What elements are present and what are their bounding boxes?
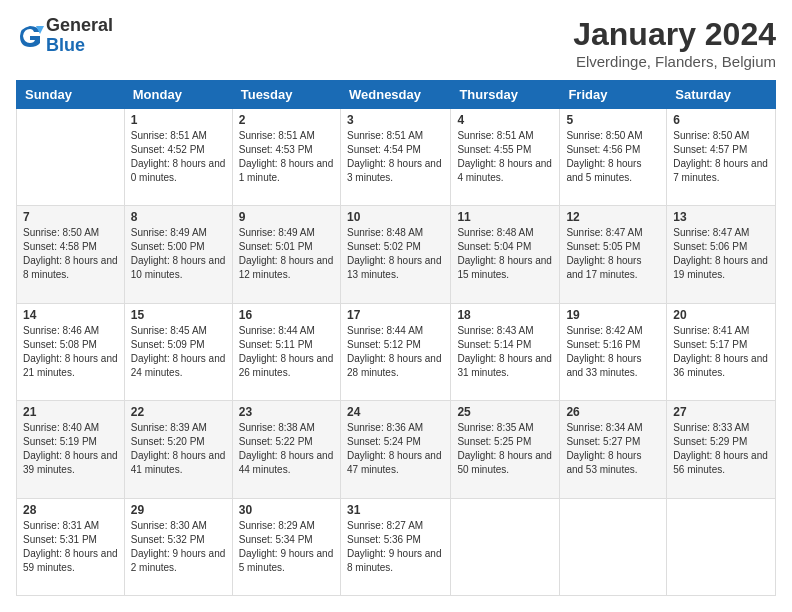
day-info: Sunrise: 8:40 AMSunset: 5:19 PMDaylight:… bbox=[23, 421, 118, 477]
week-row-5: 28Sunrise: 8:31 AMSunset: 5:31 PMDayligh… bbox=[17, 498, 776, 595]
cell-week4-day6: 27Sunrise: 8:33 AMSunset: 5:29 PMDayligh… bbox=[667, 401, 776, 498]
day-number: 19 bbox=[566, 308, 660, 322]
day-info: Sunrise: 8:35 AMSunset: 5:25 PMDaylight:… bbox=[457, 421, 553, 477]
cell-week4-day4: 25Sunrise: 8:35 AMSunset: 5:25 PMDayligh… bbox=[451, 401, 560, 498]
cell-week2-day6: 13Sunrise: 8:47 AMSunset: 5:06 PMDayligh… bbox=[667, 206, 776, 303]
day-number: 13 bbox=[673, 210, 769, 224]
cell-week1-day2: 2Sunrise: 8:51 AMSunset: 4:53 PMDaylight… bbox=[232, 109, 340, 206]
day-number: 23 bbox=[239, 405, 334, 419]
logo: General Blue bbox=[16, 16, 113, 56]
cell-week3-day4: 18Sunrise: 8:43 AMSunset: 5:14 PMDayligh… bbox=[451, 303, 560, 400]
week-row-1: 1Sunrise: 8:51 AMSunset: 4:52 PMDaylight… bbox=[17, 109, 776, 206]
week-row-3: 14Sunrise: 8:46 AMSunset: 5:08 PMDayligh… bbox=[17, 303, 776, 400]
day-info: Sunrise: 8:42 AMSunset: 5:16 PMDaylight:… bbox=[566, 324, 660, 380]
day-info: Sunrise: 8:51 AMSunset: 4:54 PMDaylight:… bbox=[347, 129, 444, 185]
calendar-header: Sunday Monday Tuesday Wednesday Thursday… bbox=[17, 81, 776, 109]
day-number: 18 bbox=[457, 308, 553, 322]
day-number: 26 bbox=[566, 405, 660, 419]
calendar-body: 1Sunrise: 8:51 AMSunset: 4:52 PMDaylight… bbox=[17, 109, 776, 596]
day-info: Sunrise: 8:30 AMSunset: 5:32 PMDaylight:… bbox=[131, 519, 226, 575]
cell-week5-day6 bbox=[667, 498, 776, 595]
cell-week3-day0: 14Sunrise: 8:46 AMSunset: 5:08 PMDayligh… bbox=[17, 303, 125, 400]
cell-week5-day0: 28Sunrise: 8:31 AMSunset: 5:31 PMDayligh… bbox=[17, 498, 125, 595]
day-info: Sunrise: 8:51 AMSunset: 4:52 PMDaylight:… bbox=[131, 129, 226, 185]
day-number: 2 bbox=[239, 113, 334, 127]
cell-week3-day6: 20Sunrise: 8:41 AMSunset: 5:17 PMDayligh… bbox=[667, 303, 776, 400]
cell-week1-day0 bbox=[17, 109, 125, 206]
day-info: Sunrise: 8:36 AMSunset: 5:24 PMDaylight:… bbox=[347, 421, 444, 477]
day-info: Sunrise: 8:34 AMSunset: 5:27 PMDaylight:… bbox=[566, 421, 660, 477]
cell-week2-day4: 11Sunrise: 8:48 AMSunset: 5:04 PMDayligh… bbox=[451, 206, 560, 303]
cell-week2-day2: 9Sunrise: 8:49 AMSunset: 5:01 PMDaylight… bbox=[232, 206, 340, 303]
day-number: 21 bbox=[23, 405, 118, 419]
day-number: 16 bbox=[239, 308, 334, 322]
location-subtitle: Elverdinge, Flanders, Belgium bbox=[573, 53, 776, 70]
logo-general-text: General bbox=[46, 16, 113, 36]
col-wednesday: Wednesday bbox=[340, 81, 450, 109]
day-info: Sunrise: 8:49 AMSunset: 5:01 PMDaylight:… bbox=[239, 226, 334, 282]
cell-week1-day4: 4Sunrise: 8:51 AMSunset: 4:55 PMDaylight… bbox=[451, 109, 560, 206]
day-number: 20 bbox=[673, 308, 769, 322]
day-info: Sunrise: 8:41 AMSunset: 5:17 PMDaylight:… bbox=[673, 324, 769, 380]
cell-week3-day2: 16Sunrise: 8:44 AMSunset: 5:11 PMDayligh… bbox=[232, 303, 340, 400]
day-number: 9 bbox=[239, 210, 334, 224]
cell-week2-day0: 7Sunrise: 8:50 AMSunset: 4:58 PMDaylight… bbox=[17, 206, 125, 303]
cell-week2-day3: 10Sunrise: 8:48 AMSunset: 5:02 PMDayligh… bbox=[340, 206, 450, 303]
cell-week1-day3: 3Sunrise: 8:51 AMSunset: 4:54 PMDaylight… bbox=[340, 109, 450, 206]
col-thursday: Thursday bbox=[451, 81, 560, 109]
cell-week5-day2: 30Sunrise: 8:29 AMSunset: 5:34 PMDayligh… bbox=[232, 498, 340, 595]
cell-week4-day0: 21Sunrise: 8:40 AMSunset: 5:19 PMDayligh… bbox=[17, 401, 125, 498]
col-tuesday: Tuesday bbox=[232, 81, 340, 109]
day-number: 4 bbox=[457, 113, 553, 127]
day-info: Sunrise: 8:47 AMSunset: 5:05 PMDaylight:… bbox=[566, 226, 660, 282]
cell-week1-day5: 5Sunrise: 8:50 AMSunset: 4:56 PMDaylight… bbox=[560, 109, 667, 206]
day-number: 6 bbox=[673, 113, 769, 127]
calendar: Sunday Monday Tuesday Wednesday Thursday… bbox=[16, 80, 776, 596]
col-sunday: Sunday bbox=[17, 81, 125, 109]
day-info: Sunrise: 8:39 AMSunset: 5:20 PMDaylight:… bbox=[131, 421, 226, 477]
day-info: Sunrise: 8:31 AMSunset: 5:31 PMDaylight:… bbox=[23, 519, 118, 575]
calendar-table: Sunday Monday Tuesday Wednesday Thursday… bbox=[16, 80, 776, 596]
day-info: Sunrise: 8:48 AMSunset: 5:02 PMDaylight:… bbox=[347, 226, 444, 282]
header: General Blue January 2024 Elverdinge, Fl… bbox=[16, 16, 776, 70]
day-number: 5 bbox=[566, 113, 660, 127]
cell-week3-day3: 17Sunrise: 8:44 AMSunset: 5:12 PMDayligh… bbox=[340, 303, 450, 400]
day-number: 10 bbox=[347, 210, 444, 224]
day-number: 30 bbox=[239, 503, 334, 517]
day-info: Sunrise: 8:29 AMSunset: 5:34 PMDaylight:… bbox=[239, 519, 334, 575]
cell-week1-day6: 6Sunrise: 8:50 AMSunset: 4:57 PMDaylight… bbox=[667, 109, 776, 206]
day-info: Sunrise: 8:43 AMSunset: 5:14 PMDaylight:… bbox=[457, 324, 553, 380]
logo-text: General Blue bbox=[46, 16, 113, 56]
cell-week5-day5 bbox=[560, 498, 667, 595]
cell-week3-day5: 19Sunrise: 8:42 AMSunset: 5:16 PMDayligh… bbox=[560, 303, 667, 400]
cell-week5-day1: 29Sunrise: 8:30 AMSunset: 5:32 PMDayligh… bbox=[124, 498, 232, 595]
cell-week1-day1: 1Sunrise: 8:51 AMSunset: 4:52 PMDaylight… bbox=[124, 109, 232, 206]
col-monday: Monday bbox=[124, 81, 232, 109]
day-number: 22 bbox=[131, 405, 226, 419]
cell-week4-day5: 26Sunrise: 8:34 AMSunset: 5:27 PMDayligh… bbox=[560, 401, 667, 498]
cell-week5-day4 bbox=[451, 498, 560, 595]
day-number: 7 bbox=[23, 210, 118, 224]
day-number: 3 bbox=[347, 113, 444, 127]
day-info: Sunrise: 8:50 AMSunset: 4:57 PMDaylight:… bbox=[673, 129, 769, 185]
day-number: 14 bbox=[23, 308, 118, 322]
day-number: 28 bbox=[23, 503, 118, 517]
cell-week4-day1: 22Sunrise: 8:39 AMSunset: 5:20 PMDayligh… bbox=[124, 401, 232, 498]
day-info: Sunrise: 8:45 AMSunset: 5:09 PMDaylight:… bbox=[131, 324, 226, 380]
day-number: 24 bbox=[347, 405, 444, 419]
day-info: Sunrise: 8:48 AMSunset: 5:04 PMDaylight:… bbox=[457, 226, 553, 282]
day-info: Sunrise: 8:38 AMSunset: 5:22 PMDaylight:… bbox=[239, 421, 334, 477]
cell-week4-day3: 24Sunrise: 8:36 AMSunset: 5:24 PMDayligh… bbox=[340, 401, 450, 498]
week-row-2: 7Sunrise: 8:50 AMSunset: 4:58 PMDaylight… bbox=[17, 206, 776, 303]
day-info: Sunrise: 8:49 AMSunset: 5:00 PMDaylight:… bbox=[131, 226, 226, 282]
logo-blue-text: Blue bbox=[46, 36, 113, 56]
col-friday: Friday bbox=[560, 81, 667, 109]
day-number: 8 bbox=[131, 210, 226, 224]
cell-week3-day1: 15Sunrise: 8:45 AMSunset: 5:09 PMDayligh… bbox=[124, 303, 232, 400]
title-block: January 2024 Elverdinge, Flanders, Belgi… bbox=[573, 16, 776, 70]
week-row-4: 21Sunrise: 8:40 AMSunset: 5:19 PMDayligh… bbox=[17, 401, 776, 498]
day-info: Sunrise: 8:50 AMSunset: 4:58 PMDaylight:… bbox=[23, 226, 118, 282]
day-number: 27 bbox=[673, 405, 769, 419]
cell-week4-day2: 23Sunrise: 8:38 AMSunset: 5:22 PMDayligh… bbox=[232, 401, 340, 498]
day-info: Sunrise: 8:51 AMSunset: 4:55 PMDaylight:… bbox=[457, 129, 553, 185]
